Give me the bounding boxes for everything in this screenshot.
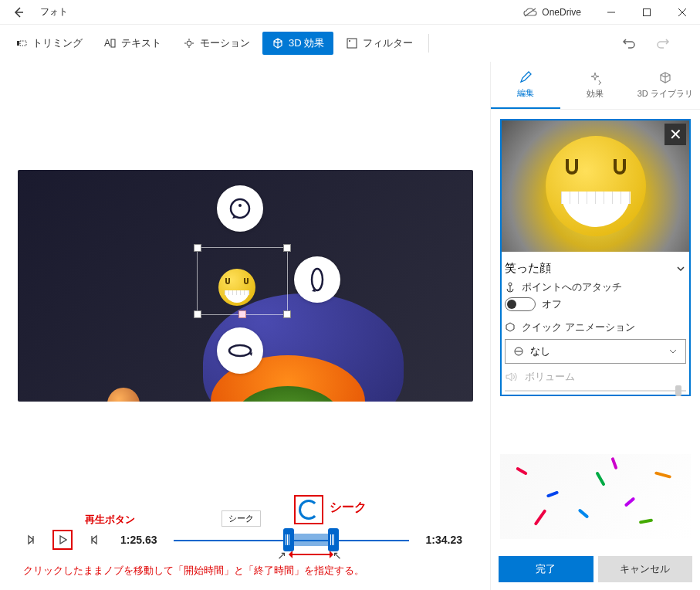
chevron-down-icon [668, 347, 678, 356]
sparkle-icon [588, 71, 602, 85]
text-button[interactable]: A テキスト [95, 32, 171, 55]
svg-rect-6 [20, 41, 26, 46]
chevron-down-icon [675, 263, 686, 274]
anchor-icon [505, 282, 516, 293]
resize-handle-br[interactable] [283, 310, 291, 318]
svg-rect-8 [111, 39, 115, 47]
svg-point-12 [231, 199, 249, 218]
volume-thumb[interactable] [675, 385, 681, 396]
resize-handle-bl[interactable] [194, 310, 201, 318]
timeline-track[interactable]: シーク シーク ↖ ↖ [174, 531, 408, 549]
animation-dropdown[interactable]: なし [505, 339, 686, 364]
tab-3d-library[interactable]: 3D ライブラリ [631, 62, 700, 109]
none-icon [513, 346, 524, 357]
instruction-text: クリックしたままノブを移動して「開始時間」と「終了時間」を指定する。 [6, 558, 484, 590]
clip-start-handle[interactable] [283, 528, 294, 551]
titlebar: フォト OneDrive [0, 0, 700, 25]
canvas-area: 再生ボタン 1:25.63 シーク シーク ↖ ↖ [0, 62, 490, 590]
animation-cube-icon [505, 322, 516, 333]
svg-point-11 [349, 40, 350, 42]
clip-end-handle[interactable] [328, 528, 339, 551]
motion-icon [183, 37, 195, 49]
attach-toggle[interactable] [505, 297, 536, 311]
seek-annotation-label: シーク [330, 500, 367, 516]
svg-point-14 [312, 269, 323, 290]
tab-effects[interactable]: 効果 [560, 62, 630, 109]
volume-slider[interactable] [505, 390, 686, 392]
filter-icon [346, 37, 358, 49]
toolbar: トリミング A テキスト モーション 3D 効果 フィルター [0, 25, 700, 62]
video-canvas[interactable] [18, 170, 473, 402]
redo-button[interactable] [651, 31, 675, 56]
prev-frame-button[interactable] [22, 530, 42, 550]
play-button[interactable] [52, 530, 73, 550]
trimming-button[interactable]: トリミング [6, 32, 92, 55]
object-preview: ✕ [502, 120, 689, 252]
play-button-annotation: 再生ボタン [85, 513, 468, 527]
volume-label: ボリューム [525, 370, 575, 384]
pencil-icon [519, 70, 533, 84]
timeline-area: 再生ボタン 1:25.63 シーク シーク ↖ ↖ [6, 497, 484, 558]
back-button[interactable] [9, 3, 28, 22]
rotate-z-handle[interactable] [217, 185, 263, 232]
close-button[interactable] [664, 0, 700, 25]
svg-rect-10 [347, 39, 357, 48]
remove-object-button[interactable]: ✕ [664, 124, 686, 145]
done-button[interactable]: 完了 [499, 556, 593, 582]
3d-effects-icon [272, 37, 284, 49]
side-panel: 編集 効果 3D ライブラリ ✕ 笑っ [490, 62, 700, 590]
3d-effects-button[interactable]: 3D 効果 [262, 32, 333, 55]
trimming-icon [15, 37, 28, 49]
minimize-button[interactable] [593, 0, 629, 25]
text-icon: A [104, 37, 117, 49]
drag-arrow-annotation [289, 554, 333, 555]
filter-button[interactable]: フィルター [336, 32, 422, 55]
onedrive-status[interactable]: OneDrive [523, 7, 581, 18]
object-preview-card: ✕ 笑った顔 ポイントへのアタッチ オフ クイック アニメーション [500, 119, 691, 396]
rotate-y-handle[interactable] [294, 256, 340, 303]
cancel-button[interactable]: キャンセル [598, 556, 693, 582]
volume-icon [505, 371, 517, 383]
current-time: 1:25.63 [120, 534, 157, 546]
rotate-x-handle[interactable] [217, 327, 263, 374]
3d-object-smiley[interactable] [218, 269, 255, 306]
app-title: フォト [40, 5, 68, 19]
resize-handle-bc[interactable] [238, 310, 246, 318]
motion-button[interactable]: モーション [174, 32, 259, 55]
animation-label: クイック アニメーション [522, 320, 686, 334]
resize-handle-tl[interactable] [194, 244, 201, 252]
svg-point-15 [229, 345, 251, 356]
resize-handle-tr[interactable] [283, 244, 291, 252]
end-time: 1:34.23 [426, 534, 462, 546]
svg-rect-5 [17, 41, 19, 46]
effect-card-confetti[interactable] [500, 454, 691, 539]
background-sphere [107, 388, 140, 402]
svg-point-16 [509, 283, 512, 286]
svg-rect-2 [644, 8, 651, 15]
tab-edit[interactable]: 編集 [491, 62, 560, 109]
undo-button[interactable] [617, 31, 641, 56]
attach-state: オフ [542, 297, 562, 311]
object-name-row[interactable]: 笑った顔 [502, 252, 689, 279]
attach-label: ポイントへのアタッチ [522, 280, 686, 294]
maximize-button[interactable] [629, 0, 664, 25]
svg-point-9 [187, 41, 191, 46]
cube-icon [658, 71, 672, 85]
svg-text:A: A [104, 38, 110, 49]
seek-tooltip: シーク [221, 510, 261, 527]
svg-point-13 [238, 204, 242, 207]
next-frame-button[interactable] [83, 530, 103, 550]
